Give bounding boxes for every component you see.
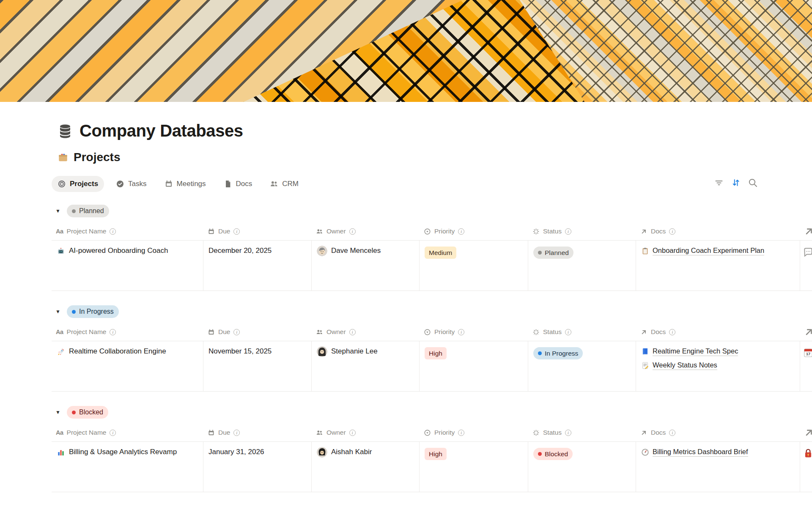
- column-label: Priority: [434, 328, 455, 336]
- project-name-text: Realtime Collaboration Engine: [69, 347, 166, 356]
- column-header-priority[interactable]: Priorityi: [420, 227, 528, 235]
- doc-link[interactable]: Realtime Engine Tech Spec: [641, 347, 738, 356]
- search-icon: [748, 178, 758, 188]
- people-icon: [316, 329, 323, 336]
- filter-icon: [714, 178, 724, 188]
- cell-hidden-column[interactable]: [800, 442, 812, 492]
- filter-button[interactable]: [714, 178, 724, 188]
- column-header-docs[interactable]: Docsi: [636, 328, 800, 336]
- calendar-icon: [208, 329, 215, 336]
- cell-status[interactable]: In Progress: [528, 341, 636, 391]
- info-icon: i: [349, 430, 356, 436]
- cell-due-date[interactable]: January 31, 2026: [203, 442, 312, 492]
- group-header: ▼ Planned: [52, 205, 812, 217]
- column-header-due[interactable]: Duei: [203, 328, 312, 336]
- group-collapse-toggle[interactable]: ▼: [55, 208, 61, 214]
- column-header-docs[interactable]: Docsi: [636, 429, 800, 436]
- database-icon: [58, 123, 73, 139]
- cell-priority[interactable]: Medium: [420, 241, 528, 290]
- cell-hidden-column[interactable]: 17: [800, 341, 812, 391]
- column-header-project-name[interactable]: AaProject Namei: [52, 227, 203, 235]
- column-header-due[interactable]: Duei: [203, 227, 312, 235]
- column-header-status[interactable]: Statusi: [528, 429, 636, 436]
- lock-icon: [803, 448, 812, 459]
- search-button[interactable]: [748, 178, 758, 188]
- tab-tasks[interactable]: Tasks: [110, 176, 152, 192]
- status-icon: [532, 429, 540, 436]
- page-cover-image: [0, 0, 812, 102]
- cell-priority[interactable]: High: [420, 442, 528, 492]
- column-header-hidden[interactable]: [800, 427, 812, 438]
- group-collapse-toggle[interactable]: ▼: [55, 309, 61, 315]
- column-header-owner[interactable]: Owneri: [312, 227, 420, 235]
- compass-icon: [641, 448, 649, 456]
- project-name-text: AI-powered Onboarding Coach: [69, 247, 168, 255]
- tab-crm[interactable]: CRM: [264, 176, 304, 192]
- column-header-project-name[interactable]: AaProject Namei: [52, 429, 203, 436]
- column-header-hidden[interactable]: [800, 226, 812, 237]
- column-header-hidden[interactable]: [800, 326, 812, 337]
- cell-docs[interactable]: Onboarding Coach Experiment Plan: [636, 241, 800, 290]
- info-icon: i: [669, 228, 675, 235]
- doc-link[interactable]: Weekly Status Notes: [641, 361, 717, 370]
- column-header-priority[interactable]: Priorityi: [420, 429, 528, 436]
- cell-docs[interactable]: Realtime Engine Tech Spec Weekly Status …: [636, 341, 800, 391]
- info-icon: i: [110, 228, 116, 235]
- doc-link[interactable]: Billing Metrics Dashboard Brief: [641, 448, 748, 457]
- group-collapse-toggle[interactable]: ▼: [55, 409, 61, 415]
- info-icon: i: [233, 228, 240, 235]
- column-header-due[interactable]: Duei: [203, 429, 312, 436]
- group-header: ▼ Blocked: [52, 406, 812, 419]
- group-label: Planned: [79, 207, 104, 215]
- cell-project-name[interactable]: AI-powered Onboarding Coach: [52, 241, 203, 290]
- tab-label: CRM: [282, 180, 299, 188]
- status-dot-icon: [72, 411, 76, 414]
- cell-status[interactable]: Planned: [528, 241, 636, 290]
- cell-project-name[interactable]: Realtime Collaboration Engine: [52, 341, 203, 391]
- comment-icon: [803, 247, 812, 258]
- text-icon: Aa: [56, 429, 63, 436]
- column-header-status[interactable]: Statusi: [528, 227, 636, 235]
- cell-due-date[interactable]: November 15, 2025: [203, 341, 312, 391]
- column-header-status[interactable]: Statusi: [528, 328, 636, 336]
- arrow-up-right-icon: [804, 226, 812, 237]
- arrow-up-right-icon: [640, 429, 647, 436]
- column-label: Status: [543, 429, 562, 436]
- svg-text:17: 17: [806, 352, 810, 356]
- cell-owner[interactable]: Aishah Kabir: [312, 442, 420, 492]
- owner-name-text: Dave Menceles: [331, 247, 381, 255]
- column-header-owner[interactable]: Owneri: [312, 328, 420, 336]
- doc-link[interactable]: Onboarding Coach Experiment Plan: [641, 247, 764, 255]
- group-status-pill[interactable]: Planned: [67, 205, 109, 217]
- tab-meetings[interactable]: Meetings: [159, 176, 212, 192]
- column-header-project-name[interactable]: AaProject Namei: [52, 328, 203, 336]
- cell-hidden-column[interactable]: [800, 241, 812, 290]
- cell-project-name[interactable]: Billing & Usage Analytics Revamp: [52, 442, 203, 492]
- column-label: Owner: [326, 429, 346, 436]
- project-name-text: Billing & Usage Analytics Revamp: [69, 448, 177, 456]
- cell-owner[interactable]: Dave Menceles: [312, 241, 420, 290]
- info-icon: i: [233, 329, 240, 335]
- group-header: ▼ In Progress: [52, 305, 812, 318]
- status-icon: [532, 329, 540, 336]
- group-status-pill[interactable]: In Progress: [67, 305, 119, 318]
- tab-projects[interactable]: Projects: [52, 176, 104, 192]
- column-header-owner[interactable]: Owneri: [312, 429, 420, 436]
- cell-docs[interactable]: Billing Metrics Dashboard Brief: [636, 442, 800, 492]
- column-label: Status: [543, 328, 562, 336]
- doc-link-label: Billing Metrics Dashboard Brief: [653, 448, 748, 457]
- tab-docs[interactable]: Docs: [218, 176, 258, 192]
- cell-owner[interactable]: Stephanie Lee: [312, 341, 420, 391]
- sort-button[interactable]: [731, 178, 741, 188]
- column-header-priority[interactable]: Priorityi: [420, 328, 528, 336]
- cell-due-date[interactable]: December 20, 2025: [203, 241, 312, 290]
- cell-status[interactable]: Blocked: [528, 442, 636, 492]
- doc-link-label: Weekly Status Notes: [653, 361, 717, 370]
- text-icon: Aa: [56, 329, 63, 335]
- group-in-progress: ▼ In Progress AaProject Namei Duei Owner…: [52, 305, 812, 392]
- column-header-docs[interactable]: Docsi: [636, 227, 800, 235]
- status-dot-icon: [72, 310, 76, 314]
- cell-priority[interactable]: High: [420, 341, 528, 391]
- group-status-pill[interactable]: Blocked: [67, 406, 108, 419]
- table-header-row: AaProject Namei Duei Owneri Priorityi St…: [52, 222, 812, 240]
